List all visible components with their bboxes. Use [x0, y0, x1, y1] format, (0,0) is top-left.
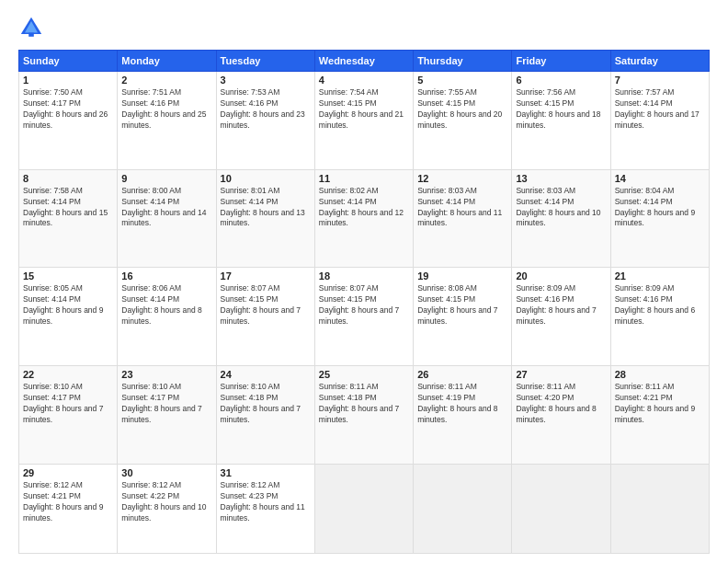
day-number: 10 [221, 173, 311, 184]
calendar-cell: 8 Sunrise: 7:58 AM Sunset: 4:14 PM Dayli… [19, 169, 118, 268]
calendar-cell [414, 464, 512, 553]
calendar-cell: 30 Sunrise: 8:12 AM Sunset: 4:22 PM Dayl… [118, 464, 216, 553]
day-number: 3 [221, 75, 311, 86]
calendar-cell: 12 Sunrise: 8:03 AM Sunset: 4:14 PM Dayl… [414, 169, 512, 268]
calendar-cell: 7 Sunrise: 7:57 AM Sunset: 4:14 PM Dayli… [610, 72, 709, 170]
day-info: Sunrise: 8:03 AM Sunset: 4:14 PM Dayligh… [516, 186, 606, 230]
day-info: Sunrise: 7:51 AM Sunset: 4:16 PM Dayligh… [121, 87, 211, 132]
day-number: 2 [121, 75, 211, 86]
calendar-cell: 29 Sunrise: 8:12 AM Sunset: 4:21 PM Dayl… [19, 464, 118, 553]
day-info: Sunrise: 8:11 AM Sunset: 4:21 PM Dayligh… [615, 382, 705, 426]
calendar-cell: 31 Sunrise: 8:12 AM Sunset: 4:23 PM Dayl… [216, 464, 314, 553]
calendar-cell: 23 Sunrise: 8:10 AM Sunset: 4:17 PM Dayl… [118, 366, 216, 465]
day-info: Sunrise: 8:04 AM Sunset: 4:14 PM Dayligh… [615, 186, 705, 230]
day-info: Sunrise: 8:08 AM Sunset: 4:15 PM Dayligh… [417, 283, 507, 327]
calendar-cell: 24 Sunrise: 8:10 AM Sunset: 4:18 PM Dayl… [216, 366, 314, 465]
calendar-week-3: 15 Sunrise: 8:05 AM Sunset: 4:14 PM Dayl… [19, 268, 710, 366]
day-info: Sunrise: 8:10 AM Sunset: 4:17 PM Dayligh… [23, 382, 113, 426]
day-info: Sunrise: 8:06 AM Sunset: 4:14 PM Dayligh… [121, 283, 211, 327]
calendar-cell: 19 Sunrise: 8:08 AM Sunset: 4:15 PM Dayl… [414, 268, 512, 366]
day-number: 27 [516, 369, 606, 380]
day-number: 6 [516, 75, 606, 86]
day-info: Sunrise: 8:07 AM Sunset: 4:15 PM Dayligh… [221, 283, 311, 327]
day-info: Sunrise: 8:01 AM Sunset: 4:14 PM Dayligh… [221, 186, 311, 230]
calendar-cell: 28 Sunrise: 8:11 AM Sunset: 4:21 PM Dayl… [610, 366, 709, 465]
day-number: 24 [221, 369, 311, 380]
day-number: 29 [23, 467, 113, 478]
day-number: 25 [319, 369, 409, 380]
day-number: 8 [23, 173, 113, 184]
day-number: 1 [23, 75, 113, 86]
day-info: Sunrise: 8:09 AM Sunset: 4:16 PM Dayligh… [615, 283, 705, 327]
day-number: 12 [417, 173, 507, 184]
logo [18, 15, 48, 40]
calendar-week-4: 22 Sunrise: 8:10 AM Sunset: 4:17 PM Dayl… [19, 366, 710, 465]
calendar-header-thursday: Thursday [414, 51, 512, 72]
day-info: Sunrise: 8:00 AM Sunset: 4:14 PM Dayligh… [121, 186, 211, 230]
calendar-week-5: 29 Sunrise: 8:12 AM Sunset: 4:21 PM Dayl… [19, 464, 710, 553]
logo-icon [18, 15, 44, 40]
day-number: 26 [417, 369, 507, 380]
day-number: 20 [516, 270, 606, 282]
calendar-table: SundayMondayTuesdayWednesdayThursdayFrid… [18, 50, 710, 554]
calendar-cell: 25 Sunrise: 8:11 AM Sunset: 4:18 PM Dayl… [314, 366, 413, 465]
calendar-cell: 15 Sunrise: 8:05 AM Sunset: 4:14 PM Dayl… [19, 268, 118, 366]
day-info: Sunrise: 8:10 AM Sunset: 4:17 PM Dayligh… [121, 382, 211, 426]
day-info: Sunrise: 7:58 AM Sunset: 4:14 PM Dayligh… [23, 186, 113, 230]
day-number: 17 [221, 270, 311, 282]
day-number: 19 [417, 270, 507, 282]
day-info: Sunrise: 8:07 AM Sunset: 4:15 PM Dayligh… [319, 283, 409, 327]
day-info: Sunrise: 8:12 AM Sunset: 4:22 PM Dayligh… [121, 480, 211, 524]
calendar-cell [610, 464, 709, 553]
day-info: Sunrise: 7:53 AM Sunset: 4:16 PM Dayligh… [221, 87, 311, 132]
svg-rect-2 [28, 33, 34, 37]
calendar-cell: 14 Sunrise: 8:04 AM Sunset: 4:14 PM Dayl… [610, 169, 709, 268]
calendar-cell: 6 Sunrise: 7:56 AM Sunset: 4:15 PM Dayli… [512, 72, 610, 170]
day-number: 11 [319, 173, 409, 184]
day-info: Sunrise: 7:55 AM Sunset: 4:15 PM Dayligh… [417, 87, 507, 132]
day-number: 22 [23, 369, 113, 380]
day-info: Sunrise: 8:10 AM Sunset: 4:18 PM Dayligh… [221, 382, 311, 426]
calendar-cell: 18 Sunrise: 8:07 AM Sunset: 4:15 PM Dayl… [314, 268, 413, 366]
calendar-cell: 27 Sunrise: 8:11 AM Sunset: 4:20 PM Dayl… [512, 366, 610, 465]
day-number: 21 [615, 270, 705, 282]
calendar-cell: 16 Sunrise: 8:06 AM Sunset: 4:14 PM Dayl… [118, 268, 216, 366]
calendar-header-friday: Friday [512, 51, 610, 72]
day-info: Sunrise: 8:09 AM Sunset: 4:16 PM Dayligh… [516, 283, 606, 327]
day-number: 9 [121, 173, 211, 184]
day-info: Sunrise: 8:05 AM Sunset: 4:14 PM Dayligh… [23, 283, 113, 327]
calendar-header-sunday: Sunday [19, 51, 118, 72]
header [18, 15, 710, 40]
day-number: 18 [319, 270, 409, 282]
calendar-cell: 26 Sunrise: 8:11 AM Sunset: 4:19 PM Dayl… [414, 366, 512, 465]
day-number: 13 [516, 173, 606, 184]
calendar-header-saturday: Saturday [610, 51, 709, 72]
calendar-cell: 21 Sunrise: 8:09 AM Sunset: 4:16 PM Dayl… [610, 268, 709, 366]
day-number: 7 [615, 75, 705, 86]
day-info: Sunrise: 7:56 AM Sunset: 4:15 PM Dayligh… [516, 87, 606, 132]
calendar-cell: 20 Sunrise: 8:09 AM Sunset: 4:16 PM Dayl… [512, 268, 610, 366]
day-number: 30 [121, 467, 211, 478]
day-info: Sunrise: 8:12 AM Sunset: 4:23 PM Dayligh… [221, 480, 311, 524]
calendar-cell: 17 Sunrise: 8:07 AM Sunset: 4:15 PM Dayl… [216, 268, 314, 366]
day-number: 23 [121, 369, 211, 380]
day-info: Sunrise: 7:57 AM Sunset: 4:14 PM Dayligh… [615, 87, 705, 132]
day-number: 28 [615, 369, 705, 380]
calendar-header-wednesday: Wednesday [314, 51, 413, 72]
calendar-cell: 1 Sunrise: 7:50 AM Sunset: 4:17 PM Dayli… [19, 72, 118, 170]
day-info: Sunrise: 8:12 AM Sunset: 4:21 PM Dayligh… [23, 480, 113, 524]
day-number: 16 [121, 270, 211, 282]
calendar-cell: 4 Sunrise: 7:54 AM Sunset: 4:15 PM Dayli… [314, 72, 413, 170]
day-number: 14 [615, 173, 705, 184]
calendar-header-row: SundayMondayTuesdayWednesdayThursdayFrid… [19, 51, 710, 72]
calendar-week-1: 1 Sunrise: 7:50 AM Sunset: 4:17 PM Dayli… [19, 72, 710, 170]
calendar-cell [314, 464, 413, 553]
day-number: 31 [221, 467, 311, 478]
day-number: 4 [319, 75, 409, 86]
page: SundayMondayTuesdayWednesdayThursdayFrid… [0, 0, 728, 563]
calendar-cell: 22 Sunrise: 8:10 AM Sunset: 4:17 PM Dayl… [19, 366, 118, 465]
day-info: Sunrise: 8:11 AM Sunset: 4:18 PM Dayligh… [319, 382, 409, 426]
calendar-cell: 5 Sunrise: 7:55 AM Sunset: 4:15 PM Dayli… [414, 72, 512, 170]
day-info: Sunrise: 8:03 AM Sunset: 4:14 PM Dayligh… [417, 186, 507, 230]
calendar-cell: 2 Sunrise: 7:51 AM Sunset: 4:16 PM Dayli… [118, 72, 216, 170]
